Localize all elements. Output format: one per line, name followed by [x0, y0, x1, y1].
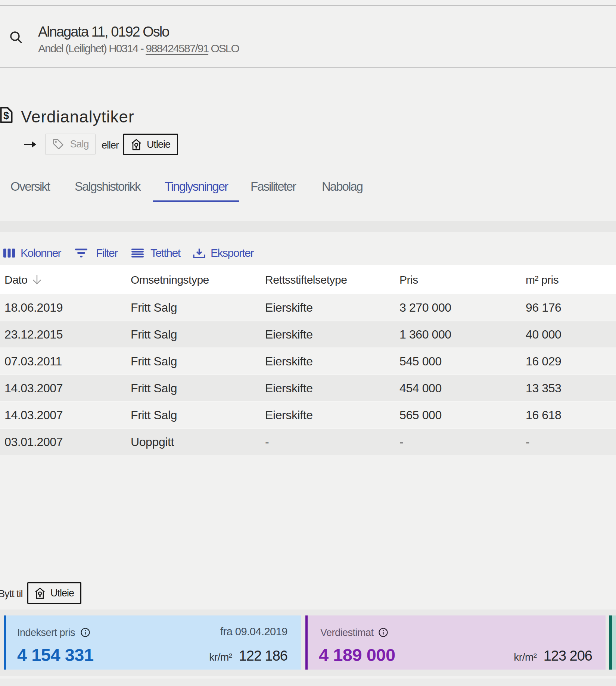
svg-text:$: $ — [3, 110, 9, 121]
